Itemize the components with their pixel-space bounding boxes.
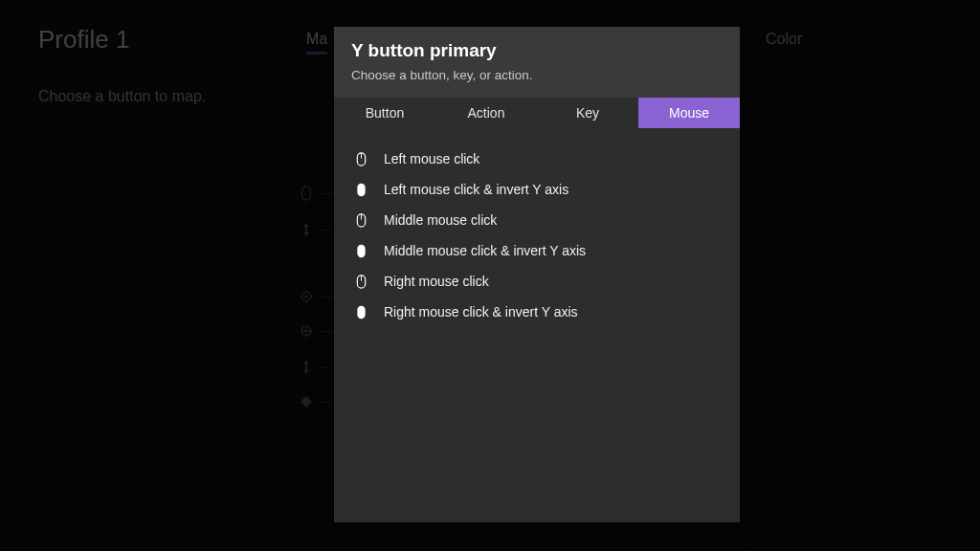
- mapping-dialog: Y button primary Choose a button, key, o…: [334, 27, 740, 522]
- option-row[interactable]: Left mouse click: [349, 143, 724, 174]
- tab-action[interactable]: Action: [435, 98, 537, 128]
- option-label: Right mouse click & invert Y axis: [384, 304, 578, 320]
- option-row[interactable]: Middle mouse click & invert Y axis: [349, 235, 724, 266]
- dialog-options-list: Left mouse click Left mouse click & inve…: [334, 128, 740, 327]
- dialog-subtitle: Choose a button, key, or action.: [351, 68, 723, 82]
- svg-rect-0: [302, 187, 311, 200]
- mouse-icon: [349, 213, 372, 228]
- option-label: Left mouse click: [384, 151, 479, 166]
- option-label: Middle mouse click: [384, 212, 497, 228]
- tab-mouse[interactable]: Mouse: [638, 98, 740, 128]
- choose-button-prompt: Choose a button to map.: [38, 88, 206, 105]
- dialog-tabbar: Button Action Key Mouse: [334, 98, 740, 128]
- option-row[interactable]: Middle mouse click: [349, 205, 724, 235]
- dialog-header: Y button primary Choose a button, key, o…: [334, 27, 740, 98]
- option-label: Left mouse click & invert Y axis: [384, 182, 568, 197]
- profile-title: Profile 1: [38, 25, 129, 55]
- dialog-title: Y button primary: [351, 40, 723, 61]
- svg-rect-13: [357, 305, 365, 318]
- option-row[interactable]: Right mouse click: [349, 266, 724, 297]
- option-row[interactable]: Right mouse click & invert Y axis: [349, 297, 724, 327]
- mouse-icon: [349, 183, 372, 197]
- mouse-icon: [349, 152, 372, 166]
- bg-tab-color[interactable]: Color: [766, 31, 802, 48]
- mouse-icon: [349, 305, 372, 320]
- mouse-icon: [349, 275, 372, 289]
- option-row[interactable]: Left mouse click & invert Y axis: [349, 174, 724, 205]
- bg-tab-mapping[interactable]: Ma: [306, 31, 327, 55]
- tab-key[interactable]: Key: [537, 98, 638, 128]
- svg-rect-10: [357, 244, 365, 256]
- mouse-icon: [349, 244, 372, 258]
- svg-rect-7: [357, 183, 365, 195]
- svg-point-1: [304, 295, 307, 298]
- tab-button[interactable]: Button: [334, 98, 435, 128]
- option-label: Middle mouse click & invert Y axis: [384, 243, 586, 258]
- option-label: Right mouse click: [384, 274, 489, 289]
